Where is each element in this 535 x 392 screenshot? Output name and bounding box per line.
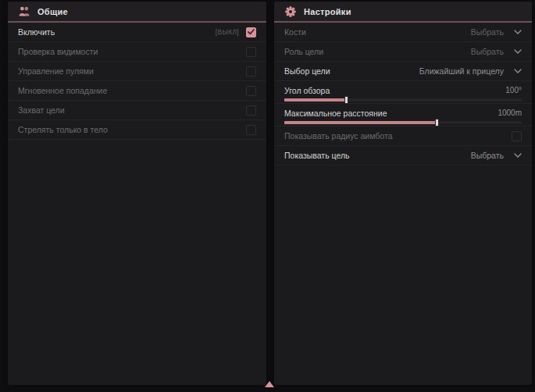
slider-fill bbox=[284, 121, 437, 124]
scroll-up-arrow-icon[interactable] bbox=[265, 381, 274, 387]
dropdown[interactable]: Выбрать bbox=[471, 27, 522, 37]
slider-row[interactable]: Угол обзора 100° bbox=[274, 81, 532, 104]
dropdown-row[interactable]: Роль цели Выбрать bbox=[274, 42, 532, 62]
panel-title: Общие bbox=[37, 7, 68, 16]
checkbox-row[interactable]: Стрелять только в тело bbox=[8, 120, 266, 140]
dropdown-value: Выбрать bbox=[471, 151, 504, 160]
dropdown-row[interactable]: Показывать цель Выбрать bbox=[274, 146, 532, 166]
row-label: Управление пулями bbox=[18, 66, 94, 76]
dropdown-value: Ближайший к прицелу bbox=[419, 66, 504, 76]
row-controls bbox=[246, 125, 256, 135]
slider-handle[interactable] bbox=[435, 119, 439, 127]
row-label: Угол обзора bbox=[284, 86, 330, 95]
settings-panel-header: Настройки bbox=[274, 2, 532, 23]
gear-icon bbox=[284, 5, 297, 18]
checkbox-row[interactable]: Мгновенное попадание bbox=[8, 81, 266, 101]
row-label: Захват цели bbox=[18, 105, 65, 115]
dropdown-row[interactable]: Кости Выбрать bbox=[274, 23, 532, 42]
row-label: Включить bbox=[18, 27, 55, 37]
checkbox[interactable] bbox=[512, 131, 522, 141]
row-label: Мгновенное попадание bbox=[18, 86, 107, 95]
dropdown-value: Выбрать bbox=[471, 27, 504, 37]
checkbox-row[interactable]: Включить [ВЫКЛ] bbox=[8, 23, 266, 42]
hotkey-hint: [ВЫКЛ] bbox=[216, 28, 239, 36]
chevron-down-icon bbox=[514, 69, 522, 73]
slider-track[interactable] bbox=[284, 121, 522, 124]
row-controls bbox=[512, 131, 522, 141]
general-panel-header: Общие bbox=[8, 2, 266, 23]
general-panel: Общие Включить [ВЫКЛ] Проверка видимости… bbox=[8, 2, 266, 385]
slider-head: Максимальное расстояние 1000m bbox=[284, 107, 522, 119]
row-label: Стрелять только в тело bbox=[18, 125, 108, 134]
slider-fill bbox=[284, 98, 346, 102]
slider-value: 1000m bbox=[498, 109, 522, 117]
row-label: Показывать цель bbox=[284, 151, 350, 160]
row-label: Проверка видимости bbox=[18, 47, 98, 56]
people-icon bbox=[18, 5, 30, 18]
dropdown-row[interactable]: Выбор цели Ближайший к прицелу bbox=[274, 62, 532, 81]
checkbox-row[interactable]: Захват цели bbox=[8, 101, 266, 120]
chevron-down-icon bbox=[514, 49, 522, 54]
dropdown[interactable]: Выбрать bbox=[471, 47, 522, 56]
row-controls bbox=[246, 47, 256, 57]
checkbox[interactable] bbox=[246, 47, 256, 57]
row-label: Выбор цели bbox=[284, 66, 330, 76]
row-label: Максимальное расстояние bbox=[284, 109, 387, 118]
slider-value: 100° bbox=[505, 86, 522, 94]
panel-title: Настройки bbox=[304, 7, 351, 16]
slider-track[interactable] bbox=[284, 98, 522, 102]
row-label: Роль цели bbox=[284, 47, 323, 56]
settings-rows: Кости Выбрать Роль цели Выбрать Выбор це… bbox=[274, 23, 532, 166]
general-rows: Включить [ВЫКЛ] Проверка видимости Управ… bbox=[8, 23, 266, 140]
row-label: Показывать радиус аимбота bbox=[284, 131, 393, 141]
slider-handle[interactable] bbox=[344, 96, 348, 104]
dropdown[interactable]: Выбрать bbox=[471, 151, 522, 160]
dropdown-value: Выбрать bbox=[471, 47, 504, 56]
checkbox-row[interactable]: Управление пулями bbox=[8, 62, 266, 81]
chevron-down-icon bbox=[514, 30, 522, 34]
slider-head: Угол обзора 100° bbox=[284, 84, 522, 96]
settings-panel: Настройки Кости Выбрать Роль цели Выбрат… bbox=[274, 2, 532, 385]
row-label: Кости bbox=[284, 27, 306, 37]
row-controls bbox=[246, 105, 256, 116]
checkbox-row[interactable]: Проверка видимости bbox=[8, 42, 266, 62]
row-controls bbox=[246, 86, 256, 96]
dropdown[interactable]: Ближайший к прицелу bbox=[419, 66, 522, 76]
slider-row[interactable]: Максимальное расстояние 1000m bbox=[274, 104, 532, 127]
checkbox[interactable] bbox=[246, 86, 256, 96]
checkbox[interactable] bbox=[246, 105, 256, 116]
checkbox[interactable] bbox=[246, 27, 256, 37]
row-controls: [ВЫКЛ] bbox=[216, 27, 256, 37]
row-controls bbox=[246, 66, 256, 77]
checkbox[interactable] bbox=[246, 125, 256, 135]
chevron-down-icon bbox=[514, 153, 522, 158]
checkbox-row[interactable]: Показывать радиус аимбота bbox=[274, 127, 532, 146]
checkbox[interactable] bbox=[246, 66, 256, 77]
check-icon bbox=[248, 29, 255, 35]
